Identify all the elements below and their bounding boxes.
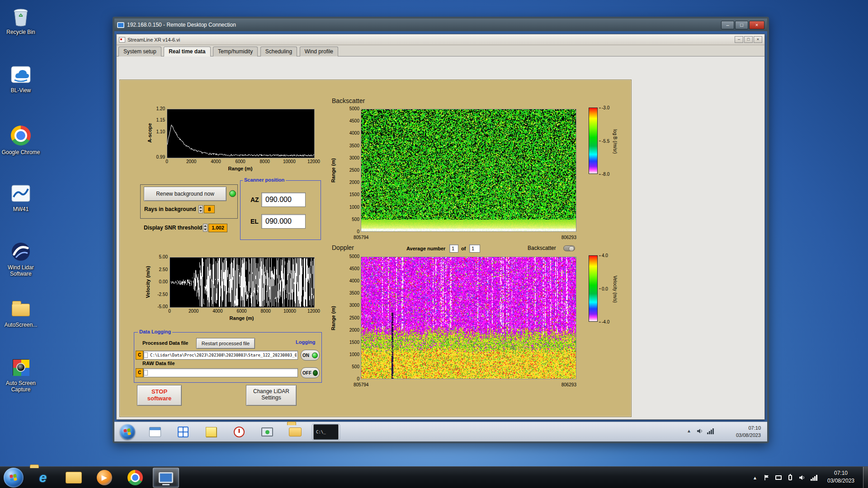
- tick-label: 5.00: [159, 255, 168, 259]
- desktop-icon-mw41[interactable]: MW41: [1, 183, 41, 212]
- drive-select[interactable]: C: [136, 351, 143, 360]
- doppler-xaxis: 805794 806293: [354, 382, 576, 387]
- drive-select[interactable]: C: [136, 368, 143, 377]
- display-icon[interactable]: [775, 474, 782, 481]
- remote-taskbar-cmd-window[interactable]: C:\_: [312, 424, 340, 440]
- desktop-icon-google-chrome[interactable]: Google Chrome: [1, 125, 41, 155]
- rdp-close-button[interactable]: ×: [749, 21, 764, 29]
- remote-taskbar-grid-app-icon[interactable]: [175, 425, 191, 439]
- processed-path-control: C: [136, 351, 298, 360]
- taskbar-explorer-icon[interactable]: [61, 468, 87, 488]
- tick-label: 2.50: [159, 267, 168, 272]
- backscatter-colorbar: [589, 108, 598, 174]
- tab-wind-profile[interactable]: Wind profile: [300, 47, 338, 56]
- tab-bar: System setup Real time data Temp/humidit…: [117, 45, 764, 56]
- tab-system-setup[interactable]: System setup: [118, 47, 161, 56]
- raw-path-input[interactable]: [143, 368, 298, 377]
- windows-flag-icon: [123, 428, 132, 436]
- el-label: EL: [250, 218, 259, 225]
- tick-label: 2500: [349, 316, 359, 320]
- raw-logging-toggle[interactable]: OFF: [301, 367, 320, 378]
- remote-hidden-icons-arrow[interactable]: ▲: [687, 428, 691, 433]
- remote-start-button[interactable]: [120, 424, 135, 440]
- backscatter-toggle[interactable]: [563, 245, 575, 251]
- tab-temp-humidity[interactable]: Temp/humidity: [213, 47, 258, 56]
- desktop-icon-wind-lidar[interactable]: Wind Lidar Software: [1, 241, 41, 277]
- network-icon[interactable]: [810, 474, 817, 481]
- app-minimize-button[interactable]: –: [735, 36, 743, 43]
- tick-label: 3500: [349, 144, 359, 148]
- processed-path-input[interactable]: [143, 351, 298, 360]
- remote-clock-date: 03/08/2023: [736, 432, 761, 439]
- tick-label: 6000: [235, 159, 245, 164]
- taskbar-wmp-icon[interactable]: ▶: [91, 468, 118, 488]
- app-titlebar[interactable]: StreamLine XR v14-6.vi – □ ×: [117, 34, 764, 45]
- renew-background-button[interactable]: Renew background now: [144, 187, 226, 201]
- remote-taskbar-capture-icon[interactable]: [259, 425, 275, 439]
- velocity-xticks: 020004000600080001000012000: [170, 309, 314, 314]
- taskbar-ie-icon[interactable]: e: [30, 468, 56, 488]
- tick-label: 3000: [349, 303, 359, 308]
- volume-icon[interactable]: [798, 474, 806, 481]
- az-value-field[interactable]: [261, 192, 306, 207]
- tick-label: 4000: [211, 159, 221, 164]
- remote-clock[interactable]: 07:10 03/08/2023: [736, 424, 761, 439]
- average-number-field[interactable]: [449, 244, 458, 253]
- stop-software-button[interactable]: STOP software: [137, 385, 182, 406]
- tick-label: 8000: [261, 309, 271, 314]
- remote-taskbar-folder-icon[interactable]: [287, 425, 303, 439]
- desktop-icon-bl-view[interactable]: BL-View: [1, 64, 41, 94]
- desktop-icon-auto-screen-capture[interactable]: Auto Screen Capture: [1, 357, 41, 393]
- taskbar-apps: e ▶: [30, 468, 179, 488]
- remote-clock-time: 07:10: [736, 424, 761, 432]
- logging-label: Logging: [296, 339, 315, 345]
- remote-taskbar-notes-icon[interactable]: [203, 425, 219, 439]
- remote-volume-icon[interactable]: [697, 428, 703, 435]
- taskbar-chrome-icon[interactable]: [122, 468, 148, 488]
- system-tray: ▲: [751, 467, 817, 488]
- desktop-icon-recycle-bin[interactable]: Recycle Bin: [1, 5, 41, 35]
- cmd-icon: C:\_: [313, 424, 339, 440]
- remote-taskbar-power-icon[interactable]: [231, 425, 247, 439]
- ascope-yticks: 1.201.151.100.99: [141, 109, 165, 157]
- snr-spinner[interactable]: [203, 224, 208, 232]
- tick-label: 6000: [236, 309, 246, 314]
- tick-label: 0: [165, 159, 168, 164]
- taskbar-clock[interactable]: 07:10 03/08/2023: [820, 469, 862, 485]
- background-led: [229, 190, 236, 197]
- taskbar-rdp-icon[interactable]: [153, 468, 179, 488]
- change-lidar-settings-button[interactable]: Change LiDAR Settings: [246, 385, 297, 406]
- start-button[interactable]: [4, 468, 24, 488]
- restart-processed-file-button[interactable]: Restart processed file: [196, 338, 255, 349]
- rdp-client-area: StreamLine XR v14-6.vi – □ × System setu…: [114, 31, 767, 441]
- raw-path-control: C: [136, 368, 298, 377]
- rays-value-field[interactable]: 8: [204, 205, 215, 213]
- rdp-minimize-button[interactable]: –: [721, 21, 734, 29]
- rays-spinner[interactable]: [198, 205, 203, 213]
- power-plug-icon[interactable]: [787, 474, 794, 481]
- action-center-icon[interactable]: [763, 474, 770, 481]
- tick-label: 8000: [260, 159, 270, 164]
- tick-label: 5000: [349, 107, 359, 111]
- show-desktop-button[interactable]: [863, 467, 868, 488]
- rdp-restore-button[interactable]: □: [735, 21, 748, 29]
- of-count-field[interactable]: [469, 244, 480, 253]
- remote-taskbar-explorer-icon[interactable]: [147, 425, 163, 439]
- hidden-icons-arrow[interactable]: ▲: [751, 474, 759, 481]
- desktop-icon-autoscreen-folder[interactable]: AutoScreen...: [1, 298, 41, 328]
- tab-real-time-data[interactable]: Real time data: [164, 47, 210, 56]
- tick-label: 2000: [349, 328, 359, 333]
- app-maximize-button[interactable]: □: [744, 36, 753, 43]
- tab-scheduling[interactable]: Scheduling: [260, 47, 297, 56]
- chrome-icon: [10, 126, 32, 147]
- snr-value-field[interactable]: 1.002: [208, 224, 227, 232]
- rdp-titlebar[interactable]: 192.168.0.150 - Remote Desktop Connectio…: [114, 19, 767, 31]
- snr-threshold-label: Display SNR threshold: [144, 225, 202, 231]
- processed-logging-led: [312, 352, 318, 358]
- processed-logging-toggle[interactable]: ON: [301, 350, 320, 361]
- backscatter-x-end: 806293: [561, 235, 576, 240]
- remote-network-icon[interactable]: [707, 428, 714, 434]
- backscatter-yticks: 5000450040003500300025002000150010005000: [340, 109, 359, 232]
- el-value-field[interactable]: [261, 214, 306, 229]
- app-close-button[interactable]: ×: [754, 36, 762, 43]
